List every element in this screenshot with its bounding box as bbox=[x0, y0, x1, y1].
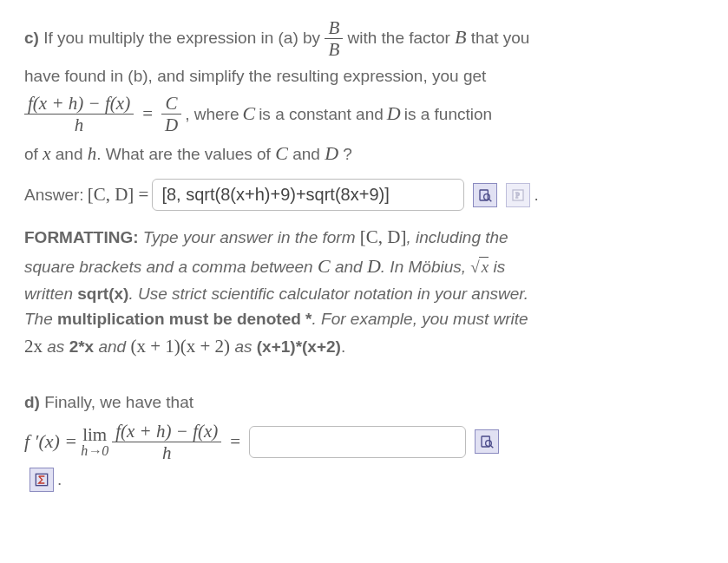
text: , where bbox=[185, 101, 239, 127]
var-c: C bbox=[275, 142, 288, 164]
text: . What are the values of bbox=[96, 145, 271, 163]
text: and bbox=[335, 258, 363, 276]
frac-num: f(x + h) − f(x) bbox=[115, 421, 218, 442]
answer-input-d[interactable] bbox=[249, 426, 466, 458]
cd-bracket: [C, D] bbox=[360, 226, 407, 247]
text: The bbox=[24, 310, 53, 328]
period: . bbox=[57, 467, 62, 492]
answer-lhs: [C, D] = bbox=[88, 180, 149, 209]
fraction-c-over-d: C D bbox=[161, 93, 181, 135]
part-d-label: d) bbox=[24, 393, 40, 411]
formatting-note: FORMATTING: Type your answer in the form… bbox=[24, 223, 704, 360]
limit: lim h→0 bbox=[81, 425, 108, 459]
text: and bbox=[292, 145, 320, 163]
text: is a function bbox=[404, 101, 492, 127]
part-d: d) Finally, we have that f ′(x) = lim h→… bbox=[24, 390, 704, 492]
equals: = bbox=[142, 100, 153, 128]
var-d: D bbox=[387, 99, 401, 128]
var-d: D bbox=[325, 142, 338, 164]
var-c: C bbox=[318, 255, 331, 277]
text: with the factor bbox=[348, 29, 450, 47]
lim-top: lim bbox=[81, 425, 108, 444]
mult-rule: multiplication must be denoted * bbox=[57, 310, 312, 328]
text: . In Möbius, bbox=[381, 258, 466, 276]
text: as bbox=[47, 337, 64, 356]
preview-icon[interactable] bbox=[475, 429, 499, 454]
text: is a constant and bbox=[259, 101, 384, 127]
text: that you bbox=[471, 29, 530, 47]
frac-num: B bbox=[328, 17, 339, 38]
frac-den: h bbox=[75, 115, 84, 135]
frac-den: h bbox=[162, 442, 172, 463]
sqrt-text: sqrt(x) bbox=[77, 285, 128, 303]
text: of bbox=[24, 145, 38, 163]
part-c-label: c) bbox=[24, 29, 39, 47]
var-b: B bbox=[455, 26, 466, 48]
text: Finally, we have that bbox=[44, 393, 193, 411]
fraction-b-over-b: B B bbox=[325, 17, 343, 60]
frac-num: C bbox=[166, 93, 178, 114]
text: Type your answer in the form bbox=[143, 228, 356, 246]
period: . bbox=[534, 182, 538, 207]
lim-bot: h→0 bbox=[81, 443, 108, 458]
text: . For example, you must write bbox=[312, 310, 528, 328]
frac-den: B bbox=[328, 39, 339, 60]
text: and bbox=[98, 337, 126, 356]
math-2x: 2x bbox=[24, 336, 43, 357]
sqrt-inner: x bbox=[480, 258, 489, 276]
text-2x: 2*x bbox=[69, 337, 95, 356]
text: . Use strict scientific calculator notat… bbox=[128, 285, 528, 303]
var-d: D bbox=[367, 255, 381, 277]
answer-input-c[interactable] bbox=[152, 179, 464, 211]
text: written bbox=[24, 285, 73, 303]
text: square brackets and a comma between bbox=[24, 258, 313, 276]
frac-num: f(x + h) − f(x) bbox=[28, 93, 130, 114]
var-x: x bbox=[43, 143, 50, 164]
svg-text:P: P bbox=[516, 192, 521, 200]
text: ? bbox=[343, 145, 352, 163]
text-product: (x+1)*(x+2) bbox=[257, 337, 341, 356]
sigma-icon[interactable] bbox=[30, 468, 54, 492]
sqrt-x-math: x bbox=[470, 254, 489, 279]
difference-quotient: f(x + h) − f(x) h bbox=[112, 421, 221, 463]
formatting-heading: FORMATTING: bbox=[24, 228, 139, 246]
plot-icon: P bbox=[506, 183, 530, 207]
text: If you multiply the expression in (a) by bbox=[43, 29, 320, 47]
math-product: (x + 1)(x + 2) bbox=[130, 336, 230, 357]
f-prime: f ′(x) = bbox=[24, 427, 77, 456]
equals: = bbox=[230, 428, 240, 456]
var-h: h bbox=[88, 143, 97, 164]
text: have found in (b), and simplify the resu… bbox=[24, 67, 486, 85]
difference-quotient: f(x + h) − f(x) h bbox=[24, 93, 134, 135]
text: . bbox=[341, 337, 345, 356]
answer-label: Answer: bbox=[24, 182, 84, 207]
text: is bbox=[493, 258, 505, 276]
preview-icon[interactable] bbox=[473, 183, 497, 207]
text: and bbox=[56, 145, 83, 163]
var-c: C bbox=[242, 99, 255, 128]
frac-den: D bbox=[165, 115, 178, 135]
text: as bbox=[234, 337, 252, 356]
part-c: c) If you multiply the expression in (a)… bbox=[24, 17, 704, 360]
text: , including the bbox=[406, 228, 508, 246]
